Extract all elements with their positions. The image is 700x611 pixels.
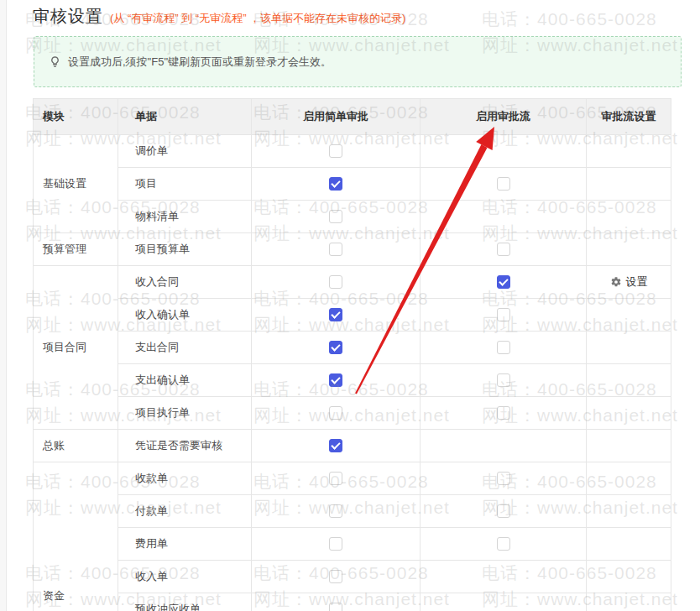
doc-cell: 凭证是否需要审核	[118, 430, 252, 462]
table-row: 预算管理项目预算单	[34, 233, 671, 266]
simple-approval-checkbox[interactable]	[329, 144, 342, 158]
approval-flow-cell	[421, 332, 587, 364]
doc-cell: 支出确认单	[118, 364, 252, 397]
header-module: 模块	[34, 99, 118, 135]
table-row: 基础设置调价单	[34, 135, 671, 168]
module-cell: 项目合同	[34, 266, 118, 430]
table-row: 资金收款单	[34, 462, 671, 495]
lightbulb-icon	[49, 55, 61, 68]
table-row: 项目	[34, 168, 671, 201]
simple-approval-cell	[252, 299, 421, 332]
approval-flow-cell	[421, 430, 587, 462]
simple-approval-cell	[252, 266, 421, 299]
header-simple-approval: 启用简单审批	[252, 99, 421, 135]
simple-approval-cell	[252, 528, 421, 561]
table-row: 支出合同	[34, 332, 671, 364]
simple-approval-checkbox[interactable]	[329, 210, 342, 223]
module-cell: 总账	[34, 430, 118, 462]
approval-flow-cell	[421, 397, 587, 430]
flow-settings-cell	[587, 332, 671, 364]
approval-flow-checkbox[interactable]	[497, 177, 510, 191]
doc-cell: 调价单	[118, 135, 252, 168]
flow-settings-cell: 设置	[587, 266, 671, 299]
table-row: 项目合同收入合同设置	[34, 266, 671, 299]
approval-flow-checkbox[interactable]	[497, 406, 510, 420]
simple-approval-checkbox[interactable]	[329, 275, 342, 289]
simple-approval-cell	[252, 332, 421, 364]
doc-cell: 付款单	[118, 495, 252, 528]
doc-cell: 费用单	[118, 528, 252, 561]
approval-flow-cell	[421, 528, 587, 561]
flow-settings-cell	[587, 528, 671, 561]
doc-cell: 预收冲应收单	[118, 593, 252, 611]
simple-approval-checkbox[interactable]	[329, 308, 342, 321]
flow-settings-cell	[587, 430, 671, 462]
module-cell: 资金	[34, 462, 118, 611]
table-header-row: 模块 单据 启用简单审批 启用审批流 审批流设置	[34, 99, 671, 135]
flow-settings-cell	[587, 233, 671, 266]
approval-flow-cell	[421, 495, 587, 528]
approval-flow-checkbox[interactable]	[497, 243, 510, 256]
approval-flow-checkbox[interactable]	[497, 504, 510, 518]
simple-approval-checkbox[interactable]	[329, 504, 342, 518]
approval-flow-checkbox[interactable]	[497, 308, 510, 321]
simple-approval-cell	[252, 430, 421, 462]
table-row: 支出确认单	[34, 364, 671, 397]
table-row: 收入单	[34, 561, 671, 593]
table-row: 项目执行单	[34, 397, 671, 430]
simple-approval-checkbox[interactable]	[329, 341, 342, 354]
simple-approval-checkbox[interactable]	[329, 472, 342, 485]
doc-cell: 项目执行单	[118, 397, 252, 430]
approval-flow-checkbox[interactable]	[497, 341, 510, 354]
simple-approval-cell	[252, 561, 421, 593]
table-row: 费用单	[34, 528, 671, 561]
simple-approval-cell	[252, 397, 421, 430]
approval-flow-checkbox[interactable]	[497, 472, 510, 485]
flow-settings-cell	[587, 495, 671, 528]
table-row: 预收冲应收单	[34, 593, 671, 611]
doc-cell: 收款单	[118, 462, 252, 495]
simple-approval-checkbox[interactable]	[329, 537, 342, 551]
notice-text: 设置成功后,须按"F5"键刷新页面或重新登录才会生效。	[68, 55, 332, 70]
header-approval-flow: 启用审批流	[421, 99, 587, 135]
simple-approval-checkbox[interactable]	[329, 439, 342, 452]
table-row: 收入确认单	[34, 299, 671, 332]
approval-flow-checkbox[interactable]	[497, 537, 510, 551]
approval-flow-cell	[421, 201, 587, 233]
table-row: 总账凭证是否需要审核	[34, 430, 671, 462]
gear-icon	[610, 276, 622, 288]
approval-flow-cell	[421, 168, 587, 201]
approval-flow-checkbox[interactable]	[497, 275, 510, 289]
flow-settings-cell	[587, 201, 671, 233]
approval-flow-cell	[421, 364, 587, 397]
simple-approval-cell	[252, 233, 421, 266]
page-subtitle: (从 “有审流程” 到 “无审流程” ，该单据不能存在未审核的记录)	[110, 11, 405, 26]
content-left-divider	[0, 0, 7, 611]
simple-approval-cell	[252, 593, 421, 611]
doc-cell: 物料清单	[118, 201, 252, 233]
flow-settings-cell	[587, 168, 671, 201]
simple-approval-cell	[252, 168, 421, 201]
simple-approval-checkbox[interactable]	[329, 406, 342, 420]
simple-approval-checkbox[interactable]	[329, 243, 342, 256]
simple-approval-checkbox[interactable]	[329, 603, 342, 611]
flow-settings-cell	[587, 462, 671, 495]
simple-approval-checkbox[interactable]	[329, 177, 342, 191]
simple-approval-cell	[252, 135, 421, 168]
simple-approval-checkbox[interactable]	[329, 373, 342, 387]
simple-approval-cell	[252, 462, 421, 495]
flow-settings-cell	[587, 364, 671, 397]
doc-cell: 收入合同	[118, 266, 252, 299]
table-row: 物料清单	[34, 201, 671, 233]
table-row: 付款单	[34, 495, 671, 528]
module-cell: 基础设置	[34, 135, 118, 233]
flow-settings-cell	[587, 135, 671, 168]
flow-settings-button[interactable]: 设置	[610, 274, 648, 290]
header-document: 单据	[118, 99, 252, 135]
watermark-phone: 电话：400-665-0028	[482, 8, 657, 31]
approval-flow-checkbox[interactable]	[497, 373, 510, 387]
simple-approval-cell	[252, 495, 421, 528]
simple-approval-checkbox[interactable]	[329, 570, 342, 583]
flow-settings-cell	[587, 397, 671, 430]
page-title: 审核设置	[33, 5, 103, 28]
